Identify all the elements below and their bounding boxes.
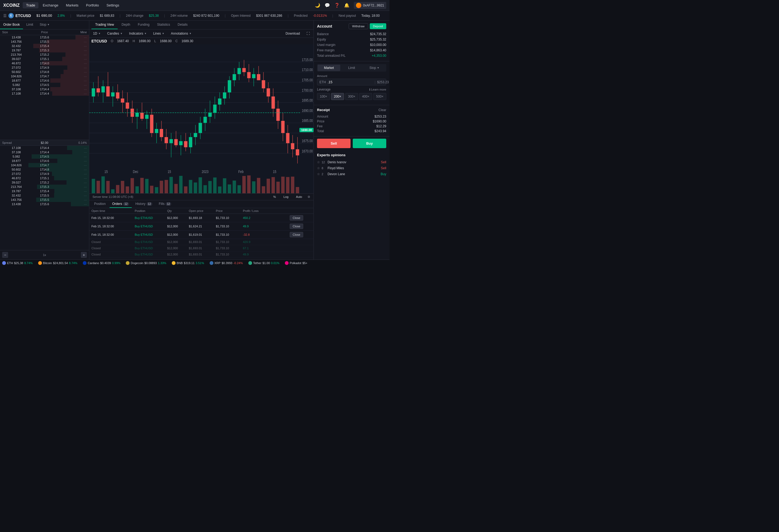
list-item[interactable]: Cardano$0.40390.99%	[83, 261, 120, 265]
close-order-button[interactable]: Close	[290, 215, 303, 220]
sell-order-row[interactable]: 19.7871715.3—	[0, 48, 89, 53]
clear-button[interactable]: Clear	[378, 108, 386, 112]
tab-funding[interactable]: Funding	[134, 20, 153, 29]
candles-selector[interactable]: Candles ▼	[106, 31, 124, 36]
lines-selector[interactable]: Lines ▼	[152, 31, 166, 36]
nav-exchange[interactable]: Exchange	[40, 2, 62, 8]
tab-position[interactable]: Position	[92, 200, 109, 208]
ticker-symbol[interactable]: ETCUSD	[15, 13, 31, 18]
buy-order-row[interactable]: 39.0271715.2—	[0, 180, 89, 185]
sell-order-row[interactable]: 18.8771714.6—	[0, 78, 89, 83]
buy-order-row[interactable]: 46.8721715.1—	[0, 176, 89, 180]
zoom-out-button[interactable]: −	[2, 252, 8, 258]
tab-statistics[interactable]: Statistics	[154, 20, 174, 29]
sell-order-row[interactable]: 50.6021714.8—	[0, 70, 89, 74]
list-item[interactable]: XRP$0.3993-0.24%	[209, 261, 243, 265]
close-order-button[interactable]: Close	[290, 232, 303, 237]
buy-order-row[interactable]: 19.7871715.4—	[0, 189, 89, 193]
buy-order-row[interactable]: 17.1081714.4—	[0, 146, 89, 150]
order-form-tab-limit[interactable]: Limit	[340, 65, 363, 71]
chat-icon[interactable]: 💬	[324, 3, 330, 8]
buy-order-row[interactable]: 213.7641715.3—	[0, 185, 89, 189]
tab-depth[interactable]: Depth	[118, 20, 134, 29]
sell-order-row[interactable]: 17.1081714.4—	[0, 91, 89, 96]
buy-order-row[interactable]: 13.4381715.6—	[0, 202, 89, 206]
sell-order-row[interactable]: 39.0271715.1—	[0, 57, 89, 61]
chart-area[interactable]: 1715.001710.001705.001700.001695.001690.…	[89, 44, 313, 193]
buy-order-row[interactable]: 50.6021714.8—	[0, 167, 89, 172]
auto-button[interactable]: Auto	[294, 195, 304, 199]
nav-portfolio[interactable]: Portfolio	[83, 2, 102, 8]
tab-limit[interactable]: Limit	[23, 20, 36, 29]
leverage-option[interactable]: 400×	[359, 93, 372, 100]
sell-order-row[interactable]: 213.7641715.2—	[0, 53, 89, 57]
leverage-option[interactable]: 200×	[331, 93, 344, 100]
order-form-tab-market[interactable]: Market	[317, 65, 340, 71]
buy-order-row[interactable]: 143.7561715.5—	[0, 198, 89, 202]
log-button[interactable]: Log	[281, 195, 291, 199]
buy-order-row[interactable]: 32.4321715.5—	[0, 193, 89, 198]
sell-button[interactable]: Sell	[317, 139, 351, 148]
indicators-selector[interactable]: Indicators ▼	[127, 31, 148, 36]
sell-order-row[interactable]: 143.7561715.5—	[0, 40, 89, 44]
buy-order-row[interactable]: 18.8771714.6—	[0, 159, 89, 163]
tab-order-book[interactable]: Order Book	[0, 20, 23, 29]
amount-input[interactable]	[327, 80, 373, 84]
nav-markets[interactable]: Markets	[63, 2, 82, 8]
sell-order-row[interactable]: 27.0721714.9—	[0, 65, 89, 70]
nav-settings[interactable]: Settings	[103, 2, 123, 8]
star-icon: ☆	[317, 166, 320, 170]
help-icon[interactable]: ❓	[334, 3, 340, 8]
tab-stop[interactable]: Stop ▼	[37, 20, 53, 29]
fullscreen-icon[interactable]: ⛶	[305, 31, 311, 36]
svg-text:1715.00: 1715.00	[302, 57, 313, 62]
sell-order-row[interactable]: 13.4381715.6—	[0, 35, 89, 40]
menu-icon[interactable]: ☰	[3, 13, 7, 18]
buy-order-row[interactable]: 37.1081714.4—	[0, 150, 89, 154]
buy-order-row[interactable]: 104.8261714.7—	[0, 163, 89, 167]
download-button[interactable]: Download	[284, 31, 302, 36]
list-item[interactable]: Tether$1.000.01%	[248, 261, 280, 265]
buy-button[interactable]: Buy	[353, 139, 386, 148]
account-row: Equity$25,735.32	[317, 37, 386, 42]
tab-fills[interactable]: Fills 12	[156, 200, 174, 208]
amount-input-row[interactable]: ETH | $253.23 | % | Max	[317, 79, 386, 85]
timeframe-selector[interactable]: 1D ▼	[92, 31, 102, 36]
sell-order-row[interactable]: 104.8261714.7—	[0, 74, 89, 78]
zoom-in-button[interactable]: +	[81, 252, 87, 258]
sell-order-row[interactable]: 32.4321715.4—	[0, 44, 89, 48]
leverage-option[interactable]: 100×	[317, 93, 330, 100]
learn-more-link[interactable]: ℹ Learn more	[369, 88, 386, 91]
list-item[interactable]: BNB$319.113.51%	[172, 261, 204, 265]
svg-text:1695.00: 1695.00	[302, 98, 313, 103]
list-item[interactable]: Polkadot$5+	[285, 261, 308, 265]
close-order-button[interactable]: Close	[290, 223, 303, 229]
leverage-option[interactable]: 300×	[345, 93, 358, 100]
buy-order-row[interactable]: 5.0821714.5—	[0, 154, 89, 159]
chart-settings-icon[interactable]: ⚙	[307, 195, 310, 199]
list-item[interactable]: Bitcoin$24,801.548.74%	[38, 261, 77, 265]
list-item[interactable]: ETH$25,388.74%	[2, 261, 33, 265]
sell-order-row[interactable]: 37.1081714.4—	[0, 87, 89, 91]
moon-icon[interactable]: 🌙	[315, 3, 320, 8]
receipt-row: Fee$12.29	[317, 124, 386, 129]
pct-button[interactable]: %	[271, 195, 278, 199]
deposit-button[interactable]: Deposit	[370, 23, 386, 29]
tab-trading-view[interactable]: Trading View	[92, 20, 118, 29]
notification-icon[interactable]: 🔔	[344, 3, 350, 8]
tab-details[interactable]: Details	[174, 20, 191, 29]
receipt-header: Receipt Clear	[317, 108, 386, 112]
ticker-coin-icon: E	[8, 13, 14, 18]
leverage-option[interactable]: 500×	[373, 93, 386, 100]
sell-order-row[interactable]: 46.8721714.0—	[0, 61, 89, 65]
user-avatar-badge[interactable]: 0xAF72...9921	[354, 2, 386, 9]
list-item[interactable]: Dogecoin$0.088931.33%	[126, 261, 166, 265]
withdraw-button[interactable]: Withdraw	[349, 23, 368, 29]
buy-order-row[interactable]: 27.0721714.9—	[0, 172, 89, 176]
sell-order-row[interactable]: 5.0821714.5—	[0, 83, 89, 87]
annotations-selector[interactable]: Annotations ▼	[169, 31, 193, 36]
tab-orders[interactable]: Orders 12	[110, 200, 132, 208]
nav-trade[interactable]: Trade	[23, 2, 38, 8]
tab-history[interactable]: History 12	[133, 200, 155, 208]
order-form-tab-stop[interactable]: Stop ▼	[363, 65, 386, 71]
